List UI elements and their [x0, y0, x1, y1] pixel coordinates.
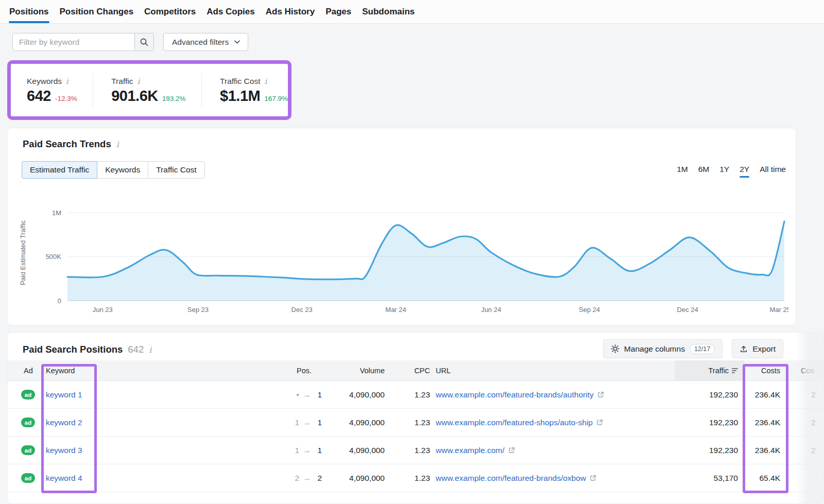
costs-cell: 236.4K	[744, 409, 795, 436]
range-2y[interactable]: 2Y	[740, 165, 749, 174]
chevron-down-icon	[234, 40, 240, 44]
advanced-filters-label: Advanced filters	[172, 38, 229, 47]
header-keyword: Keyword	[39, 360, 281, 380]
costs-pct-cell-truncated: 2	[795, 409, 824, 436]
info-icon[interactable]: i	[66, 77, 68, 86]
header-cpc: CPC	[399, 360, 435, 380]
position-previous: 1	[293, 418, 299, 427]
costs-cell: 236.4K	[744, 437, 795, 464]
ad-badge[interactable]: ad	[21, 418, 35, 427]
range-all-time[interactable]: All time	[760, 165, 786, 174]
svg-text:0: 0	[58, 297, 61, 305]
header-traffic-sorted[interactable]: Traffic	[675, 360, 744, 380]
position-previous: •	[293, 390, 299, 399]
export-button[interactable]: Export	[732, 339, 783, 358]
url-link[interactable]: www.example.com/featured-brands/authorit…	[436, 390, 594, 399]
tab-positions[interactable]: Positions	[9, 0, 49, 23]
range-1m[interactable]: 1M	[677, 165, 688, 174]
svg-text:Sep 23: Sep 23	[187, 306, 209, 314]
info-icon[interactable]: i	[264, 77, 267, 86]
header-costs: Costs	[744, 360, 795, 380]
advanced-filters-button[interactable]: Advanced filters	[163, 33, 248, 51]
divider	[201, 73, 202, 107]
header-ad: Ad	[8, 360, 39, 380]
positions-title: Paid Search Positions	[23, 344, 123, 355]
filter-row: Advanced filters	[0, 24, 824, 54]
gear-icon	[611, 344, 620, 353]
position-previous: 2	[293, 474, 299, 483]
position-current: 2	[315, 474, 322, 483]
manage-columns-button[interactable]: Manage columns 12/17	[603, 339, 723, 358]
costs-cell: 236.4K	[744, 381, 795, 408]
costs-pct-cell-truncated: 2	[795, 381, 824, 408]
trend-metric-switch: Estimated Traffic Keywords Traffic Cost	[22, 161, 205, 179]
tab-pages[interactable]: Pages	[325, 0, 352, 23]
traffic-cell: 192,230	[675, 381, 744, 408]
search-button[interactable]	[134, 33, 154, 51]
trend-tab-keywords[interactable]: Keywords	[97, 161, 148, 179]
stat-keywords-value: 642	[27, 89, 51, 103]
costs-pct-cell-truncated: 2	[795, 437, 824, 464]
keyword-link[interactable]: keyword 1	[46, 390, 82, 399]
header-pos: Pos.	[281, 360, 332, 380]
info-icon[interactable]: i	[116, 140, 119, 149]
stat-traffic-cost-label: Traffic Cost	[220, 77, 260, 86]
position-current: 1	[315, 418, 322, 427]
traffic-cell: 192,230	[675, 437, 744, 464]
header-url: URL	[435, 360, 675, 380]
trend-chart[interactable]: 1M500K0Jun 23Sep 23Dec 23Mar 24Jun 24Sep…	[16, 201, 788, 317]
report-tabs-bar: Positions Position Changes Competitors A…	[0, 0, 824, 24]
manage-columns-label: Manage columns	[624, 344, 685, 354]
header-traffic-label: Traffic	[709, 367, 729, 375]
position-previous: 1	[293, 446, 299, 455]
ad-badge[interactable]: ad	[21, 390, 35, 399]
url-link[interactable]: www.example.com/featured-brands/oxbow	[436, 474, 586, 483]
tab-subdomains[interactable]: Subdomains	[362, 0, 415, 23]
trend-tab-traffic-cost[interactable]: Traffic Cost	[148, 161, 204, 179]
tab-ads-copies[interactable]: Ads Copies	[206, 0, 255, 23]
table-row: ad keyword 1 •→1 4,090,000 1.23 www.exam…	[8, 381, 823, 409]
tab-ads-history[interactable]: Ads History	[265, 0, 315, 23]
paid-search-positions-card: Paid Search Positions 642 i Manage colum…	[7, 332, 824, 504]
keyword-link[interactable]: keyword 4	[46, 474, 82, 483]
ad-badge[interactable]: ad	[21, 445, 35, 455]
external-link-icon[interactable]	[596, 419, 603, 426]
volume-cell: 4,090,000	[332, 437, 399, 464]
keyword-link[interactable]: keyword 2	[46, 418, 82, 427]
table-row: ad keyword 2 1→1 4,090,000 1.23 www.exam…	[8, 409, 823, 437]
info-icon[interactable]: i	[137, 77, 140, 86]
costs-pct-cell-truncated	[795, 464, 824, 492]
stat-traffic: Traffici 901.6K 193.2%	[99, 72, 185, 109]
volume-cell: 4,090,000	[332, 464, 399, 492]
traffic-cell: 192,230	[675, 409, 744, 436]
range-1y[interactable]: 1Y	[719, 165, 729, 174]
tab-position-changes[interactable]: Position Changes	[59, 0, 134, 23]
external-link-icon[interactable]	[508, 447, 515, 454]
ad-badge[interactable]: ad	[21, 473, 35, 483]
trend-tab-estimated-traffic[interactable]: Estimated Traffic	[22, 161, 97, 179]
keyword-filter-input[interactable]	[12, 33, 135, 51]
table-row: ad keyword 4 2→2 4,090,000 1.23 www.exam…	[8, 464, 823, 492]
keyword-link[interactable]: keyword 3	[46, 446, 82, 455]
header-costs-pct-truncated: Cos	[795, 360, 824, 380]
range-6m[interactable]: 6M	[698, 165, 710, 174]
url-link[interactable]: www.example.com/	[436, 446, 505, 455]
stat-keywords: Keywordsi 642 -12.3%	[11, 72, 77, 109]
stat-keywords-label: Keywords	[27, 77, 62, 86]
cpc-cell: 1.23	[399, 464, 435, 492]
date-range-switch: 1M 6M 1Y 2Y All time	[677, 161, 786, 174]
stat-traffic-cost-change: 167.9%	[264, 95, 288, 102]
tab-competitors[interactable]: Competitors	[144, 0, 196, 23]
info-icon[interactable]: i	[149, 345, 151, 355]
svg-text:Dec 24: Dec 24	[677, 306, 698, 314]
external-link-icon[interactable]	[597, 391, 604, 398]
svg-text:500K: 500K	[46, 253, 62, 260]
external-link-icon[interactable]	[590, 475, 596, 481]
svg-text:Mar 25: Mar 25	[769, 306, 788, 314]
stat-keywords-change: -12.3%	[55, 95, 77, 102]
arrow-right-icon: →	[303, 446, 311, 455]
svg-text:Jun 23: Jun 23	[93, 306, 113, 314]
divider	[93, 73, 93, 107]
url-link[interactable]: www.example.com/featured-shops/auto-ship	[436, 418, 593, 427]
volume-cell: 4,090,000	[332, 381, 399, 408]
